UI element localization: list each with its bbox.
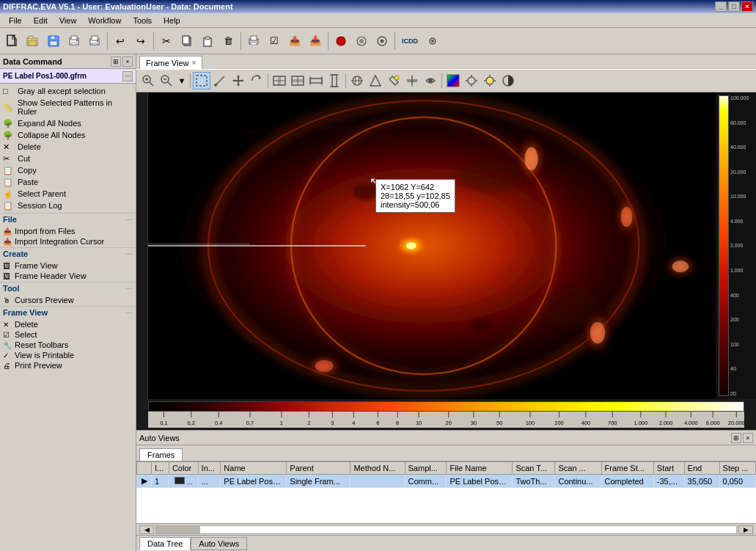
menu-help[interactable]: Help	[158, 15, 186, 26]
tb-new[interactable]	[3, 32, 22, 51]
ftb-zoom-dropdown[interactable]: ▼	[176, 72, 188, 90]
tb-save[interactable]	[44, 32, 63, 51]
tb-redo[interactable]: ↪	[131, 32, 150, 51]
tb-cut[interactable]: ✂	[157, 32, 176, 51]
tb-open[interactable]	[23, 32, 43, 51]
auto-views-dock-btn[interactable]: ⊞	[731, 433, 741, 443]
tb-settings[interactable]	[423, 32, 442, 51]
auto-views-tab[interactable]: Auto Views	[191, 537, 247, 550]
ftb-stretch-h[interactable]	[307, 72, 325, 90]
tb-undo[interactable]: ↩	[111, 32, 130, 51]
col-sample[interactable]: Sampl...	[405, 462, 447, 475]
ftb-brightness-down[interactable]	[463, 72, 480, 90]
col-color[interactable]: Color	[169, 462, 198, 475]
fv-view-printable[interactable]: ✓ View is Printable	[0, 350, 136, 360]
ftb-zoom-out[interactable]	[158, 72, 175, 90]
tb-import[interactable]: 📥	[306, 32, 325, 51]
ftb-fit-width[interactable]	[271, 72, 288, 90]
ctx-select-parent[interactable]: ☝ Select Parent	[0, 188, 136, 200]
menu-workflow[interactable]: Workflow	[82, 15, 127, 26]
col-integration[interactable]: In...	[198, 462, 221, 475]
tb-check[interactable]: ☑	[265, 32, 284, 51]
cell-play[interactable]: ▶	[137, 475, 152, 488]
close-btn[interactable]: ×	[741, 1, 753, 12]
fv-reset-toolbars[interactable]: 🔧 Reset Toolbars	[0, 340, 136, 350]
frame-view-section-dots[interactable]: ⋯	[125, 309, 133, 317]
create-section-dots[interactable]: ⋯	[125, 250, 133, 258]
ftb-tool5[interactable]	[348, 72, 366, 90]
ftb-fit-height[interactable]	[289, 72, 307, 90]
menu-view[interactable]: View	[54, 15, 83, 26]
frame-view-section-header[interactable]: Frame View ⋯	[0, 306, 136, 318]
import-integration-cursor[interactable]: 📥 Import Integration Cursor	[0, 236, 136, 247]
ftb-tool6[interactable]	[367, 72, 384, 90]
scroll-left-btn[interactable]: ◀	[139, 525, 154, 534]
ftb-contrast[interactable]	[499, 72, 517, 90]
tb-print[interactable]	[85, 32, 104, 51]
frame-header-view-item[interactable]: 🖼 Frame Header View	[0, 271, 136, 281]
ftb-tool8[interactable]	[403, 72, 421, 90]
scrollbar-thumb[interactable]	[156, 526, 200, 533]
title-bar-buttons[interactable]: _ □ ×	[715, 1, 753, 12]
panel-dock-btn[interactable]: ⊞	[111, 56, 121, 67]
col-step[interactable]: Step ...	[719, 462, 755, 475]
ftb-select-rect[interactable]	[193, 72, 210, 90]
tb-copy[interactable]	[177, 32, 197, 51]
pe-label-menu-btn[interactable]: ⋯	[122, 71, 133, 81]
ftb-brightness-up[interactable]	[481, 72, 499, 90]
col-filename[interactable]: File Name	[447, 462, 513, 475]
ftb-zoom-in[interactable]	[139, 72, 157, 90]
data-tree-tab[interactable]: Data Tree	[139, 537, 191, 550]
tb-paste[interactable]	[198, 32, 217, 51]
tool-section-header[interactable]: Tool ⋯	[0, 282, 136, 294]
ftb-tool7[interactable]	[385, 72, 403, 90]
auto-views-close-btn[interactable]: ×	[743, 433, 753, 443]
ctx-expand-all[interactable]: 🌳 Expand All Nodes	[0, 117, 136, 129]
scroll-right-btn[interactable]: ▶	[738, 525, 753, 534]
minimize-btn[interactable]: _	[715, 1, 727, 12]
frames-tab[interactable]: Frames	[139, 448, 183, 461]
menu-edit[interactable]: Edit	[28, 15, 54, 26]
col-parent[interactable]: Parent	[287, 462, 351, 475]
tb-workflow[interactable]	[373, 32, 392, 51]
tb-record[interactable]	[331, 32, 351, 51]
col-method[interactable]: Method N...	[351, 462, 405, 475]
menu-tools[interactable]: Tools	[127, 15, 158, 26]
create-section-label[interactable]: Create	[3, 249, 28, 258]
tb-export[interactable]: 📤	[285, 32, 304, 51]
tool-section-dots[interactable]: ⋯	[125, 285, 133, 293]
file-section-label[interactable]: File	[3, 215, 17, 224]
tb-print-setup[interactable]	[65, 32, 84, 51]
frame-view-tab-close[interactable]: ×	[191, 59, 196, 67]
col-scan[interactable]: Scan ...	[555, 462, 601, 475]
tb-print2[interactable]	[244, 32, 263, 51]
file-section-header[interactable]: File ⋯	[0, 213, 136, 225]
fv-select-item[interactable]: ☑ Select	[0, 329, 136, 340]
fv-delete-item[interactable]: ✕ Delete	[0, 319, 136, 329]
ctx-show-selected[interactable]: 📏 Show Selected Patterns in Ruler	[0, 97, 136, 117]
ftb-tool9[interactable]	[422, 72, 439, 90]
ctx-cut[interactable]: ✂ Cut	[0, 153, 136, 164]
fv-print-preview[interactable]: 🖨 Print Preview	[0, 360, 136, 371]
ftb-draw-line[interactable]	[211, 72, 229, 90]
table-row[interactable]: ▶ 1 ... ... PE Label Pos1-000.gfrm Singl…	[137, 475, 756, 488]
tool-section-label[interactable]: Tool	[3, 284, 19, 293]
ftb-rotate[interactable]	[248, 72, 265, 90]
maximize-btn[interactable]: □	[728, 1, 740, 12]
frame-view-section-label[interactable]: Frame View	[3, 308, 48, 317]
col-index[interactable]: I...	[152, 462, 169, 475]
scrollbar-track[interactable]	[155, 525, 737, 534]
diffraction-image[interactable]: X=1062 Y=642 2θ=18,55 y=102,85 intensity…	[148, 92, 716, 399]
frames-table-container[interactable]: I... Color In... Name Parent Method N...…	[136, 461, 756, 523]
frame-view-tab[interactable]: Frame View ×	[139, 56, 202, 69]
ctx-paste[interactable]: 📋 Paste	[0, 176, 136, 188]
menu-file[interactable]: File	[3, 15, 28, 26]
ftb-stretch-v[interactable]	[326, 72, 343, 90]
tb-delete[interactable]: 🗑	[219, 32, 238, 51]
ctx-gray-all[interactable]: □ Gray all except selection	[0, 85, 136, 97]
ctx-session-log[interactable]: 📋 Session Log	[0, 200, 136, 211]
ftb-colormap[interactable]	[444, 72, 462, 90]
tb-play[interactable]	[352, 32, 371, 51]
ftb-move[interactable]	[230, 72, 247, 90]
create-section-header[interactable]: Create ⋯	[0, 247, 136, 260]
